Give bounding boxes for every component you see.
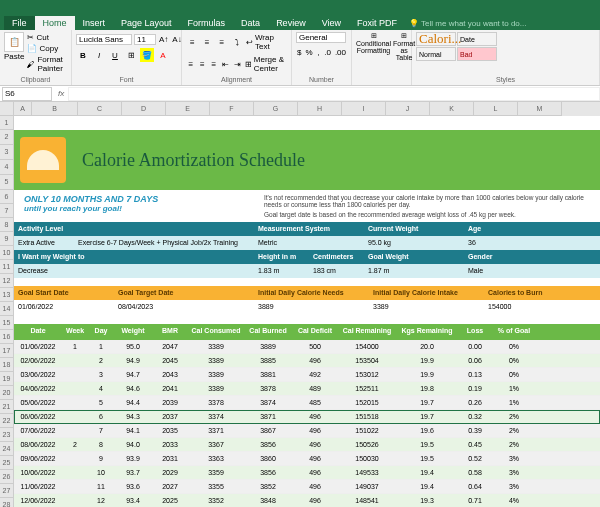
cell[interactable]: 3363 (188, 452, 244, 465)
data-row[interactable]: 11/06/20221193.620273355385249614903719.… (14, 480, 600, 494)
tab-data[interactable]: Data (233, 16, 268, 30)
col-header-G[interactable]: G (254, 102, 298, 116)
cell[interactable]: 19.7 (396, 410, 458, 423)
col-header-H[interactable]: H (298, 102, 342, 116)
cell[interactable]: 500 (292, 340, 338, 353)
tab-formulas[interactable]: Formulas (180, 16, 234, 30)
cell[interactable]: 94.6 (114, 382, 152, 395)
cell[interactable]: 489 (292, 382, 338, 395)
goal-weight-v[interactable]: 1.87 m (364, 264, 464, 278)
italic-button[interactable]: I (92, 48, 106, 62)
age-v[interactable]: 36 (464, 236, 480, 250)
measurement-v[interactable]: Metric (254, 236, 364, 250)
comma-button[interactable]: , (316, 45, 322, 59)
cell[interactable]: 496 (292, 452, 338, 465)
cell[interactable]: 0.64 (458, 480, 492, 493)
cell[interactable]: 1 (62, 340, 88, 353)
data-row[interactable]: 07/06/2022794.120353371386749615102219.6… (14, 424, 600, 438)
cut-button[interactable]: ✂ Cut (26, 32, 67, 43)
cell[interactable]: 485 (292, 396, 338, 409)
decrease-font-button[interactable]: A↓ (171, 32, 182, 46)
height-m-v[interactable]: 1.83 m (254, 264, 309, 278)
percent-button[interactable]: % (304, 45, 313, 59)
cell[interactable]: 8 (88, 438, 114, 451)
cell[interactable]: 3860 (244, 452, 292, 465)
cell[interactable]: 2047 (152, 340, 188, 353)
cell[interactable]: 496 (292, 466, 338, 479)
cell[interactable]: 19.6 (396, 424, 458, 437)
col-header-J[interactable]: J (386, 102, 430, 116)
data-row[interactable]: 10/06/20221093.720293359385649614953319.… (14, 466, 600, 480)
cell[interactable]: 152511 (338, 382, 396, 395)
cell[interactable]: 05/06/2022 (14, 396, 62, 409)
inc-decimal-button[interactable]: .0 (323, 45, 332, 59)
cell[interactable]: 2043 (152, 368, 188, 381)
cell[interactable]: 496 (292, 438, 338, 451)
cell[interactable] (62, 480, 88, 493)
cell[interactable]: 3389 (188, 382, 244, 395)
cell[interactable] (62, 354, 88, 367)
cell[interactable]: 152015 (338, 396, 396, 409)
cell[interactable]: 0.58 (458, 466, 492, 479)
cell[interactable]: 1% (492, 382, 536, 395)
cm-v[interactable]: 183 cm (309, 264, 364, 278)
cell[interactable]: 2033 (152, 438, 188, 451)
cell[interactable]: 3867 (244, 424, 292, 437)
format-painter-button[interactable]: 🖌 Format Painter (26, 54, 67, 74)
cell[interactable]: 3 (88, 368, 114, 381)
cell[interactable]: 151518 (338, 410, 396, 423)
row-header-18[interactable]: 18 (0, 358, 14, 372)
cell[interactable]: 01/06/2022 (14, 340, 62, 353)
cell[interactable]: 496 (292, 480, 338, 493)
col-header-E[interactable]: E (166, 102, 210, 116)
tab-review[interactable]: Review (268, 16, 314, 30)
indent-inc-button[interactable]: ⇥ (232, 57, 242, 71)
cell[interactable]: 153012 (338, 368, 396, 381)
cell[interactable]: 94.9 (114, 354, 152, 367)
row-header-15[interactable]: 15 (0, 316, 14, 330)
row-header-19[interactable]: 19 (0, 372, 14, 386)
cell[interactable]: 3881 (244, 368, 292, 381)
row-header-3[interactable]: 3 (0, 145, 14, 160)
name-box[interactable] (2, 87, 52, 101)
row-header-11[interactable]: 11 (0, 260, 14, 274)
cell[interactable]: 1% (492, 396, 536, 409)
data-row[interactable]: 08/06/20222894.020333367385649615052619.… (14, 438, 600, 452)
orientation-button[interactable]: ⤵ (230, 35, 243, 49)
cell[interactable]: 3389 (188, 354, 244, 367)
current-weight-v[interactable]: 95.0 kg (364, 236, 464, 250)
cell[interactable]: 6 (88, 410, 114, 423)
row-header-25[interactable]: 25 (0, 456, 14, 470)
tab-insert[interactable]: Insert (75, 16, 114, 30)
border-button[interactable]: ⊞ (124, 48, 138, 62)
row-header-16[interactable]: 16 (0, 330, 14, 344)
tab-view[interactable]: View (314, 16, 349, 30)
cell[interactable]: 496 (292, 354, 338, 367)
cell[interactable]: 3378 (188, 396, 244, 409)
cell[interactable]: 3889 (244, 340, 292, 353)
cell[interactable]: 93.4 (114, 494, 152, 507)
cell[interactable] (62, 452, 88, 465)
gender-v[interactable]: Male (464, 264, 487, 278)
cell[interactable]: 3359 (188, 466, 244, 479)
col-header-F[interactable]: F (210, 102, 254, 116)
cell[interactable]: 94.4 (114, 396, 152, 409)
cell[interactable]: 2041 (152, 382, 188, 395)
cell[interactable]: 149533 (338, 466, 396, 479)
cell[interactable]: 3% (492, 452, 536, 465)
cell[interactable]: 0% (492, 354, 536, 367)
cell[interactable]: 3% (492, 466, 536, 479)
cell[interactable]: 94.1 (114, 424, 152, 437)
cell[interactable]: 11/06/2022 (14, 480, 62, 493)
cell[interactable]: 3856 (244, 438, 292, 451)
cell[interactable]: 2035 (152, 424, 188, 437)
cell[interactable]: 19.4 (396, 480, 458, 493)
data-row[interactable]: 01/06/20221195.020473389388950015400020.… (14, 340, 600, 354)
cell[interactable]: 2037 (152, 410, 188, 423)
row-header-28[interactable]: 28 (0, 498, 14, 507)
cell[interactable]: 153504 (338, 354, 396, 367)
row-header-10[interactable]: 10 (0, 246, 14, 260)
dec-decimal-button[interactable]: .00 (334, 45, 347, 59)
cell[interactable]: 10/06/2022 (14, 466, 62, 479)
cell[interactable]: 3856 (244, 466, 292, 479)
